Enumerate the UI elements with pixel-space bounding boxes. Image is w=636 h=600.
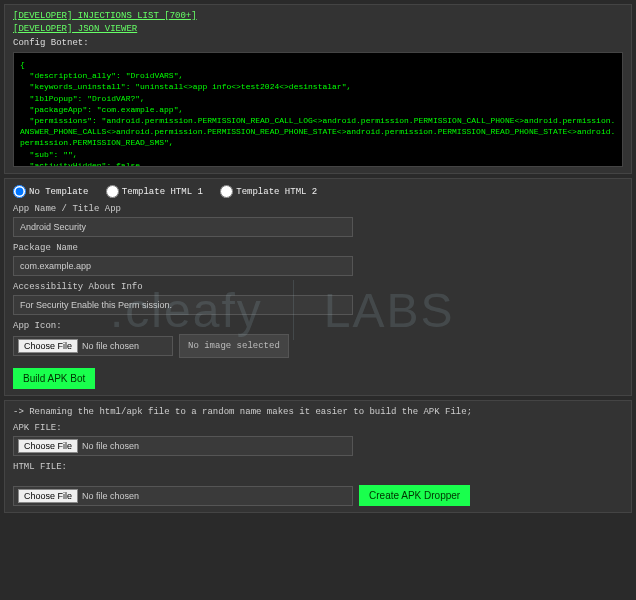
- package-input[interactable]: [13, 256, 353, 276]
- radio-template-html1[interactable]: Template HTML 1: [106, 187, 203, 197]
- appname-input[interactable]: [13, 217, 353, 237]
- appicon-file-status: No file chosen: [82, 341, 139, 351]
- htmlfile-wrap: Choose File No file chosen: [13, 486, 353, 506]
- accessibility-input[interactable]: [13, 295, 353, 315]
- radio-template-html2[interactable]: Template HTML 2: [220, 187, 317, 197]
- appicon-label: App Icon:: [13, 321, 623, 331]
- appicon-file-wrap: Choose File No file chosen: [13, 336, 173, 356]
- appicon-choose-button[interactable]: Choose File: [18, 339, 78, 353]
- config-json-block[interactable]: { "description_ally": "DroidVARS", "keyw…: [13, 52, 623, 167]
- apkfile-status: No file chosen: [82, 441, 139, 451]
- appname-label: App Name / Title App: [13, 204, 623, 214]
- htmlfile-status: No file chosen: [82, 491, 139, 501]
- build-apk-button[interactable]: Build APK Bot: [13, 368, 95, 389]
- htmlfile-label: HTML FILE:: [13, 462, 623, 472]
- radio-no-template[interactable]: No Template: [13, 187, 88, 197]
- apkfile-choose-button[interactable]: Choose File: [18, 439, 78, 453]
- template-radio-row: No Template Template HTML 1 Template HTM…: [13, 185, 623, 198]
- appicon-row: Choose File No file chosen No image sele…: [13, 334, 623, 358]
- builder-panel: No Template Template HTML 1 Template HTM…: [4, 178, 632, 396]
- config-label: Config Botnet:: [13, 38, 623, 48]
- dev-links-panel: [DEVELOPER] INJECTIONS LIST [700+] [DEVE…: [4, 4, 632, 174]
- dropper-note: -> Renaming the html/apk file to a rando…: [13, 407, 623, 417]
- create-dropper-button[interactable]: Create APK Dropper: [359, 485, 470, 506]
- apkfile-label: APK FILE:: [13, 423, 623, 433]
- package-label: Package Name: [13, 243, 623, 253]
- accessibility-label: Accessibility About Info: [13, 282, 623, 292]
- dev-json-viewer-link[interactable]: [DEVELOPER] JSON VIEWER: [13, 24, 623, 34]
- appicon-preview: No image selected: [179, 334, 289, 358]
- dropper-panel: -> Renaming the html/apk file to a rando…: [4, 400, 632, 513]
- htmlfile-choose-button[interactable]: Choose File: [18, 489, 78, 503]
- dev-injections-link[interactable]: [DEVELOPER] INJECTIONS LIST [700+]: [13, 11, 623, 21]
- apkfile-wrap: Choose File No file chosen: [13, 436, 353, 456]
